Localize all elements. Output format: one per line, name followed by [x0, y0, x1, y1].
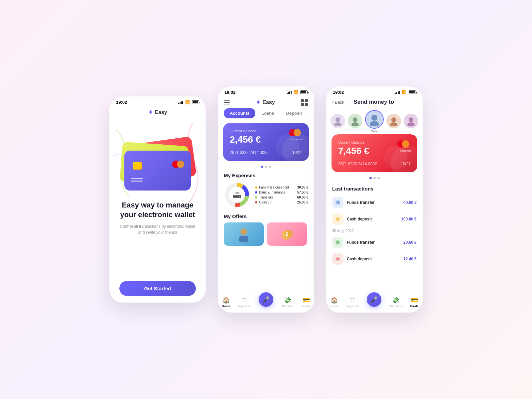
nav-mic-3[interactable]: 🎤	[367, 292, 381, 307]
card-line-2	[131, 181, 143, 182]
back-chevron: ‹	[332, 99, 334, 105]
svg-point-11	[334, 122, 341, 126]
avatar-circle-5	[404, 114, 418, 128]
avatar-sally[interactable]: Sally	[365, 110, 384, 133]
avatar-2[interactable]	[348, 114, 362, 129]
nav-cards-2[interactable]: 💳 Cards	[302, 297, 310, 308]
phone3-topbar: ‹ Back Send money to	[326, 96, 423, 107]
wifi-icon-3: 📶	[402, 90, 407, 94]
wifi-icon-1: 📶	[185, 100, 190, 104]
offer-img-pink: ₿	[267, 222, 307, 246]
back-button[interactable]: ‹ Back	[332, 99, 344, 105]
tx-name-4: Cash deposit	[347, 257, 400, 261]
nav-home-3[interactable]: 🏠 Home	[330, 297, 338, 308]
logo-icon-1: ✦	[148, 109, 153, 116]
expenses-legend: Family & Household 30.00 € Bank & Insura…	[255, 182, 308, 208]
pay-bill-icon-2: 🛡	[241, 297, 247, 304]
svg-point-18	[409, 117, 413, 122]
home-icon-3: 🏠	[331, 297, 338, 304]
expenses-title: My Expenses	[218, 173, 314, 178]
hamburger-menu[interactable]	[224, 100, 230, 104]
nav-transfers-3[interactable]: 💸 Transfers	[389, 297, 402, 308]
status-time-2: 19:02	[224, 90, 235, 95]
offer-1	[224, 222, 264, 246]
donut-total-label: Total	[233, 191, 241, 195]
mastercard-label-3: mastercard	[397, 150, 411, 152]
tx-cash-deposit-1: € Cash deposit 100.00 €	[326, 211, 423, 227]
donut-total-value: 860$	[233, 195, 241, 199]
send-money-title: Send money to	[353, 99, 394, 105]
status-bar-1: 19:02 📶	[109, 96, 206, 106]
offer-img-blue	[224, 222, 264, 246]
svg-point-5	[240, 228, 247, 235]
tx-amount-3: 20.60 €	[403, 240, 417, 245]
phone1-content: Easy way to manage your electronic walle…	[109, 194, 206, 303]
mic-icon-3: 🎤	[370, 296, 378, 303]
legend-val-cashout: 25.00 €	[297, 200, 308, 204]
status-time-1: 19:02	[116, 100, 127, 105]
donut-center: Total 860$	[233, 191, 241, 199]
cards-icon-3: 💳	[411, 297, 418, 304]
card-number-2: 2671 6332 2414 0082 10/27	[230, 150, 302, 155]
status-icons-1: 📶	[178, 100, 199, 104]
legend-name-cashout: Cash out	[259, 200, 296, 204]
legend-transfers: Transfers 60.06 €	[255, 196, 308, 199]
battery-3	[409, 90, 416, 94]
dot3-3	[377, 177, 380, 179]
bar-3	[181, 101, 182, 104]
svg-point-15	[370, 121, 379, 126]
bottom-nav-3: 🏠 Home 🛡 Pay a bill 🎤 💸 Transfers 💳 Card…	[326, 293, 423, 313]
transactions-title: Last transactions	[326, 184, 423, 194]
svg-point-16	[391, 117, 396, 122]
phone1-header: ✦ Easy	[109, 106, 206, 117]
card-line-1	[131, 178, 143, 179]
tx-icon-cash-2	[332, 253, 343, 265]
nav-pay-bill-3[interactable]: 🛡 Pay a bill	[346, 297, 359, 308]
wifi-icon-2: 📶	[294, 90, 298, 94]
offer-2: ₿	[267, 222, 307, 246]
legend-dot-bank	[255, 191, 257, 194]
nav-cards-3[interactable]: 💳 Cards	[410, 297, 419, 308]
tx-icon-cash-1: €	[332, 213, 343, 225]
avatar-circle-4	[386, 114, 401, 128]
avatars-row: Sally	[326, 107, 423, 134]
svg-point-10	[335, 117, 340, 122]
card-number-3: 2671 6332 2414 0082 10/27	[338, 162, 411, 166]
nav-home-2[interactable]: 🏠 Home	[222, 297, 230, 308]
tabs-row: Accounts Loans Deposit	[218, 108, 314, 118]
mic-icon-2: 🎤	[262, 296, 270, 303]
home-label-2: Home	[222, 305, 230, 308]
tx-amount-2: 100.00 €	[401, 217, 417, 221]
balance-card-2: mastercard Current Balance 2,456 € 2671 …	[223, 123, 309, 161]
avatar-4[interactable]	[386, 114, 401, 129]
donut-chart: Total 860$	[224, 182, 250, 208]
offer-coins: ₿	[277, 226, 297, 242]
svg-rect-23	[335, 240, 340, 245]
svg-point-13	[351, 122, 359, 126]
get-started-button[interactable]: Get Started	[119, 281, 196, 296]
qr-icon[interactable]	[301, 99, 308, 106]
transfers-label-2: Transfers	[281, 305, 294, 308]
battery-fill-3	[409, 91, 415, 93]
signal-bars-2	[287, 91, 292, 94]
legend-name-bank: Bank & Insurance	[259, 191, 296, 194]
nav-transfers-2[interactable]: 💸 Transfers	[281, 297, 294, 308]
nav-mic-2[interactable]: 🎤	[259, 292, 273, 307]
tab-deposit[interactable]: Deposit	[280, 108, 308, 118]
pay-bill-icon-3: 🛡	[349, 297, 355, 304]
logo-text-2: Easy	[262, 99, 275, 105]
avatar-1[interactable]	[331, 114, 345, 129]
avatar-5[interactable]	[404, 114, 418, 129]
svg-text:₿: ₿	[286, 231, 288, 237]
main-title: Easy way to manage your electronic walle…	[119, 200, 196, 219]
legend-val-bank: 57.50 €	[297, 191, 308, 194]
tab-accounts[interactable]: Accounts	[224, 108, 255, 118]
legend-name-family: Family & Household	[259, 186, 296, 189]
screens-container: 19:02 📶 ✦ E	[96, 66, 436, 332]
legend-val-family: 30.00 €	[297, 186, 308, 189]
battery-2	[300, 90, 308, 94]
bar-1	[178, 103, 179, 104]
status-icons-3: 📶	[395, 90, 416, 94]
tab-loans[interactable]: Loans	[255, 108, 280, 118]
nav-pay-bill-2[interactable]: 🛡 Pay a bill	[238, 297, 251, 308]
